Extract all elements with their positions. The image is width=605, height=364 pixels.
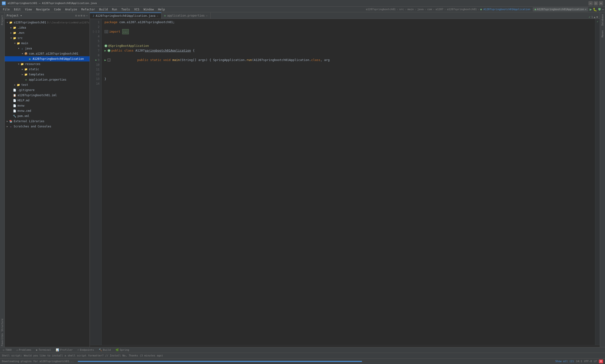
run-arrow-9[interactable]: ▶ [95,58,97,62]
maven-panel-label[interactable]: Maven [601,29,604,38]
tree-arrow-main[interactable]: ▼ [13,42,16,45]
menu-refactor[interactable]: Refactor [79,7,97,12]
tree-arrow-package[interactable]: ▼ [21,52,24,55]
tree-arrow-scratches[interactable]: ▶ [6,125,9,128]
nav-down-button[interactable]: ▼ [596,16,598,19]
tree-item-idea[interactable]: ▶ 📁 .idea [5,25,90,30]
import-ellipsis[interactable]: ... [122,29,129,34]
tab-main-java[interactable]: J A1207springbootch01Application.java ✕ [90,13,161,19]
close-button[interactable]: ✕ [599,1,603,5]
fold-icon-3[interactable]: [-] [93,29,97,34]
menu-file[interactable]: File [1,7,12,12]
tree-item-gitignore[interactable]: 📄 .gitignore [5,88,90,93]
tab-app-props-close[interactable]: ✕ [206,14,207,17]
nav-breadcrumb-class[interactable]: ● A1207springbootch01Application [480,8,530,11]
minimize-button[interactable]: — [589,1,593,5]
tree-item-mvnw[interactable]: 📄 mvnw [5,103,90,108]
menu-build[interactable]: Build [97,7,110,12]
bottom-tab-build[interactable]: 🔨 Build [97,348,113,352]
tree-item-templates[interactable]: ▶ 📁 templates [5,72,90,77]
bottom-tab-todo[interactable]: ☑ TODO [1,348,13,352]
menu-window[interactable]: Window [142,7,155,12]
sidebar-favorites-label[interactable]: Favorites [0,332,4,347]
tree-item-package[interactable]: ▼ 📦 com.a1207.a1207springbootch01 [5,51,90,56]
tree-arrow-test[interactable]: ▶ [13,83,16,87]
nav-breadcrumb-src[interactable]: src [399,8,404,11]
code-content[interactable]: package com.a1207.a1207springbootch01; -… [102,19,595,345]
run-config-selector[interactable]: ● A1207springbootch01Application ▼ [533,7,588,11]
tree-item-static[interactable]: ▶ 📁 static [5,67,90,72]
nav-breadcrumb-main[interactable]: main [407,8,414,11]
bottom-tab-problems[interactable]: ⚠ Problems [14,348,33,352]
nav-up-button[interactable]: ▲ [594,16,595,19]
bottom-tab-endpoints[interactable]: ⚡ Endpoints [75,348,96,352]
debug-button[interactable]: 🐛 [593,8,597,11]
coverage-button[interactable]: ⛊ [598,8,601,11]
run-button[interactable]: ▶ [590,7,592,12]
tree-item-scratches[interactable]: ▶ ✏ Scratches and Consoles [5,124,90,129]
code-editor[interactable]: 1 2 [-]3 4 5 6 7 8 ▶9 10 11 12 13 14 [90,19,600,345]
status-show-all[interactable]: Show all (2) [555,360,574,363]
menu-run[interactable]: Run [110,7,119,12]
menu-analyze[interactable]: Analyze [63,7,79,12]
panel-close-button[interactable]: − [86,14,88,17]
nav-breadcrumb-com[interactable]: com [427,8,432,11]
database-panel-label[interactable]: Database [601,13,604,26]
tree-item-test[interactable]: ▶ 📁 test [5,82,90,88]
tree-item-app-props[interactable]: ⚙ application.properties [5,77,90,82]
tab-app-props[interactable]: ⚙ application.properties ✕ [161,13,211,19]
nav-breadcrumb-pkg[interactable]: a1207springbootch01 [447,8,477,11]
tree-item-resources[interactable]: ▼ 📁 resources [5,62,90,67]
tree-arrow-mvn[interactable]: ▶ [10,31,13,35]
horizontal-scrollbar[interactable] [90,345,600,347]
menu-navigate[interactable]: Navigate [34,7,52,12]
title-bar-controls[interactable]: — □ ✕ [589,1,603,5]
tree-arrow-ext-libs[interactable]: ▶ [6,120,9,123]
tree-item-mvn[interactable]: ▶ 📁 .mvn [5,30,90,36]
menu-help[interactable]: Help [156,7,167,12]
input-method-indicator[interactable]: 英 [599,360,603,363]
nav-breadcrumb-a1207[interactable]: a1207 [436,8,443,11]
tree-item-main-class[interactable]: ● A1207springbootch01Application [5,56,90,62]
status-position[interactable]: 14:1 [576,360,582,363]
menu-vcs[interactable]: VCS [132,7,141,12]
tree-item-src[interactable]: ▼ 📁 src [5,36,90,41]
sidebar-structure-label[interactable]: Structure [0,318,4,332]
menu-view[interactable]: View [23,7,34,12]
menu-edit[interactable]: Edit [12,7,23,12]
menu-code[interactable]: Code [52,7,63,12]
bottom-tab-spring[interactable]: 🌿 Spring [114,348,131,352]
tree-arrow-resources[interactable]: ▼ [17,62,20,66]
bottom-tab-profiler[interactable]: 📊 Profiler [54,348,75,352]
menu-tools[interactable]: Tools [120,7,132,12]
nav-breadcrumb-java[interactable]: java [417,8,424,11]
tree-item-main[interactable]: ▼ 📁 main [5,41,90,46]
tree-item-java[interactable]: ▼ ☕ java [5,46,90,51]
maximize-button[interactable]: □ [594,1,598,5]
tree-arrow-java[interactable]: ▼ [17,47,20,50]
run-icon-7[interactable]: ▶ [104,48,106,53]
tree-arrow-templates[interactable]: ▶ [21,73,24,76]
tree-item-ext-libs[interactable]: ▶ 📚 External Libraries [5,119,90,124]
panel-sort-button[interactable]: ≡ [78,14,80,17]
panel-filter-button[interactable]: ⊞ [81,14,82,17]
tree-item-iml[interactable]: 📋 a1207springbootch01.iml [5,93,90,98]
tree-item-pom[interactable]: 🔧 pom.xml [5,114,90,119]
tree-item-help[interactable]: 📄 HELP.md [5,98,90,103]
sidebar-project-label[interactable]: Project [0,14,4,26]
tab-main-java-close[interactable]: ✕ [157,15,158,17]
panel-collapse-button[interactable]: ⊟ [75,14,77,17]
tree-arrow-root[interactable]: ▼ [6,21,9,24]
tree-arrow-static[interactable]: ▶ [21,68,24,71]
tree-item-root[interactable]: ▼ 📁 a1207springbootch01 D:\JavaEnterpris… [5,20,90,25]
bottom-tab-terminal[interactable]: ▶ Terminal [34,348,53,352]
run-icon-9[interactable]: ▶ [104,58,106,62]
tree-arrow-src[interactable]: ▼ [10,36,13,40]
fold-icon-9[interactable]: □ [107,59,110,62]
tree-item-mvnw-cmd[interactable]: 📄 mvnw.cmd [5,108,90,114]
nav-breadcrumb-project[interactable]: a1207springbootch01 [366,8,396,11]
panel-settings-button[interactable]: ⚙ [83,14,85,17]
tree-arrow-idea[interactable]: ▶ [10,26,13,29]
more-run-button[interactable]: ⋯ [602,8,604,11]
import-fold-indicator[interactable]: - [104,30,108,33]
